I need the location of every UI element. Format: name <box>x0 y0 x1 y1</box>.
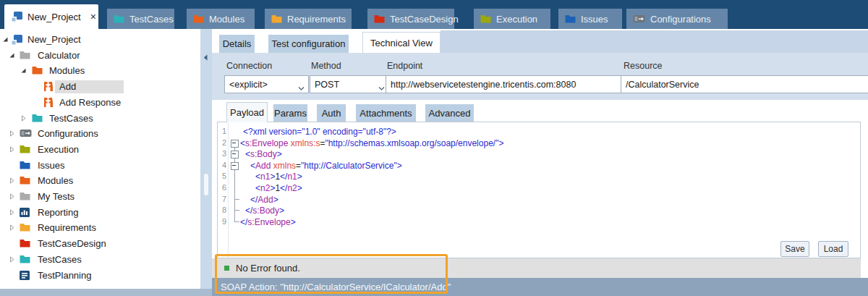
endpoint-input[interactable]: http://webservicetestengine.tricentis.co… <box>386 75 627 93</box>
expand-arrow-icon[interactable] <box>9 256 15 263</box>
tab-technical-view[interactable]: Technical View <box>362 32 441 53</box>
tree-item-execution[interactable]: Execution <box>0 142 200 158</box>
expand-arrow-icon[interactable] <box>9 146 15 153</box>
chevron-down-icon[interactable] <box>378 83 385 93</box>
line-number: 7 <box>218 195 226 203</box>
tree-item-label: My Tests <box>38 191 75 203</box>
top-tab-new-project[interactable]: New_Project× <box>4 4 98 29</box>
top-tab-execution[interactable]: Execution <box>474 9 550 29</box>
tree-item-label: Reporting <box>38 207 78 219</box>
tree-item-testcases[interactable]: TestCases <box>0 252 200 268</box>
top-tab-testcasedesign[interactable]: TestCaseDesign <box>367 9 454 29</box>
tree-item-label: Calculator <box>38 50 80 62</box>
minus-glyph <box>232 153 236 154</box>
tab-auth[interactable]: Auth <box>317 104 346 122</box>
connection-select[interactable]: <explicit> <box>224 75 309 93</box>
project-icon <box>11 12 22 22</box>
collapse-arrow-icon[interactable] <box>9 52 15 59</box>
fold-end-tick <box>235 199 239 200</box>
tree-item-testcasedesign[interactable]: TestCaseDesign <box>0 236 200 252</box>
tab-details[interactable]: Details <box>219 35 255 53</box>
fold-gutter[interactable] <box>229 148 239 160</box>
fold-gutter[interactable] <box>229 138 239 149</box>
expand-arrow-icon[interactable] <box>9 193 15 200</box>
fold-line <box>234 182 235 194</box>
status-ok-bullet-icon <box>224 266 229 271</box>
tab-label: New_Project <box>27 12 81 22</box>
payload-editor[interactable]: Save Load 1<?xml version="1.0" encoding=… <box>217 122 861 258</box>
code-text: <n2>1</n2> <box>255 183 302 193</box>
save-button[interactable]: Save <box>780 241 809 257</box>
module-icon <box>43 98 53 107</box>
collapse-arrow-icon[interactable] <box>2 36 9 43</box>
detail-tabstrip-fill <box>441 30 868 53</box>
line-number: 3 <box>218 149 226 158</box>
collapse-sidebar-icon[interactable] <box>203 51 208 64</box>
tab-label: Test configuration <box>272 38 346 49</box>
load-button[interactable]: Load <box>818 241 848 257</box>
tab-test-configuration[interactable]: Test configuration <box>268 35 349 53</box>
issues-folder-icon <box>20 161 30 169</box>
collapse-arrow-icon[interactable] <box>20 67 27 74</box>
expand-arrow-icon[interactable] <box>20 115 27 122</box>
code-text: <s:Body> <box>245 149 282 159</box>
fold-collapse-icon[interactable] <box>231 140 239 148</box>
tree-item-add-response[interactable]: Add Response <box>0 95 200 111</box>
close-icon[interactable]: × <box>90 12 96 22</box>
fold-collapse-icon[interactable] <box>231 151 239 158</box>
tree-item-reporting[interactable]: Reporting <box>0 205 200 221</box>
testcases-folder-icon <box>20 255 30 263</box>
tree-item-add[interactable]: Add <box>0 79 200 95</box>
fold-gutter <box>229 194 239 206</box>
tree-item-requirements[interactable]: Requirements <box>0 220 200 236</box>
tree-item-modules[interactable]: Modules <box>0 63 200 79</box>
tab-attachments[interactable]: Attachments <box>356 104 416 122</box>
project-icon <box>11 35 22 46</box>
expand-arrow-icon[interactable] <box>9 130 15 137</box>
tree-item-issues[interactable]: Issues <box>0 158 200 174</box>
soap-action-text: SOAP Action: "http://CalculatorService/I… <box>221 282 451 292</box>
tree-item-modules[interactable]: Modules <box>0 173 200 189</box>
expand-arrow-icon[interactable] <box>9 224 15 231</box>
tree-item-testplanning[interactable]: TestPlanning <box>0 268 200 284</box>
tree-item-label: TestPlanning <box>38 270 91 282</box>
fold-gutter[interactable] <box>229 160 239 172</box>
tree-item-label: Modules <box>49 65 85 77</box>
tree-item-new-project[interactable]: New_Project <box>0 32 200 48</box>
resource-label: Resource <box>624 61 663 71</box>
sidebar-scrollbar-thumb[interactable] <box>204 174 208 195</box>
tree-item-label: TestCases <box>49 113 93 124</box>
top-tab-requirements[interactable]: Requirements <box>265 9 352 29</box>
line-number: 9 <box>218 217 226 226</box>
requirements-folder-icon <box>20 223 30 232</box>
top-tab-modules[interactable]: Modules <box>187 9 255 29</box>
tab-payload[interactable]: Payload <box>226 102 268 122</box>
sidebar-splitter[interactable] <box>200 29 212 289</box>
tab-label: Technical View <box>370 38 433 48</box>
fold-collapse-icon[interactable] <box>231 162 239 170</box>
tab-params[interactable]: Params <box>273 104 307 122</box>
tree-item-label: Requirements <box>38 222 96 234</box>
reporting-icon <box>20 208 30 217</box>
planning-icon <box>20 271 30 280</box>
line-number: 8 <box>218 206 226 214</box>
code-text: <n1>1</n1> <box>255 172 302 182</box>
tree-item-my-tests[interactable]: My Tests <box>0 189 200 205</box>
code-line: 9</s:Envelope> <box>218 216 859 228</box>
expand-arrow-icon[interactable] <box>9 177 15 184</box>
top-tab-issues[interactable]: Issues <box>558 9 622 29</box>
tree-item-calculator[interactable]: Calculator <box>0 48 200 64</box>
top-tab-testcases[interactable]: TestCases <box>107 9 174 29</box>
code-text: <Add xmlns="http://CalculatorService"> <box>250 161 402 171</box>
tree-item-label: Add <box>59 81 76 93</box>
top-tab-configurations[interactable]: Configurations <box>626 9 728 29</box>
tree-item-configurations[interactable]: Configurations <box>0 126 200 142</box>
expand-arrow-icon[interactable] <box>9 209 15 216</box>
line-number: 2 <box>218 138 226 147</box>
method-select[interactable]: POST <box>310 75 389 93</box>
resource-input[interactable]: /CalculatorService <box>621 75 868 93</box>
tab-advanced[interactable]: Advanced <box>425 104 474 122</box>
tree-item-testcases[interactable]: TestCases <box>0 111 200 127</box>
chevron-down-icon[interactable] <box>298 83 305 93</box>
code-text: <s:Envelope xmlns:s="http://schemas.xmls… <box>240 138 503 148</box>
